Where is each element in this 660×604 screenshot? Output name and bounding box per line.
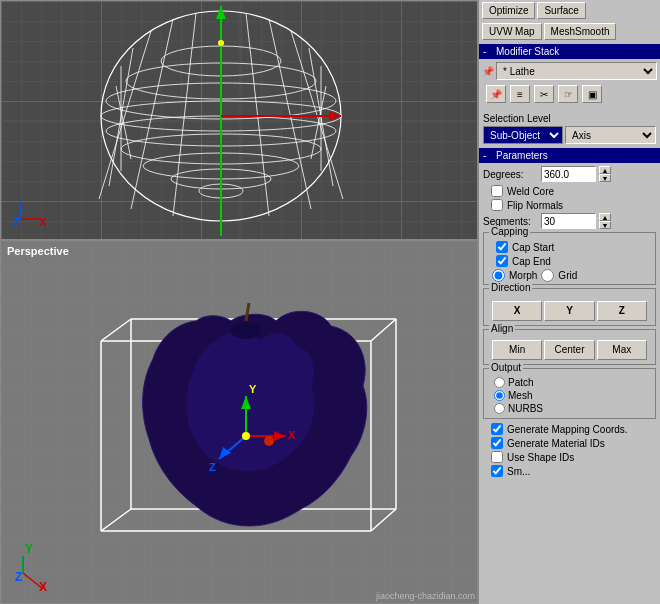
svg-text:Z: Z [15,570,22,584]
capping-title: Capping [489,226,530,237]
cap-start-checkbox[interactable] [496,241,508,253]
sub-object-select[interactable]: Sub-Object [483,126,563,144]
parameters-header: - Parameters [479,148,660,163]
svg-text:X: X [39,216,47,228]
gen-material-checkbox[interactable] [491,437,503,449]
align-buttons: Min Center Max [488,338,651,362]
gen-material-row: Generate Material IDs [483,437,656,449]
icon-pin[interactable]: 📌 [486,85,506,103]
segments-up[interactable]: ▲ [599,213,611,221]
svg-text:Y: Y [25,542,33,556]
icon-copy[interactable]: ▣ [582,85,602,103]
degrees-row: Degrees: ▲ ▼ [483,166,656,182]
segments-label: Segments: [483,216,538,227]
capping-group: Capping Cap Start Cap End Morph Grid [483,232,656,285]
parameters-title: Parameters [496,150,548,161]
viewports-container: Z X Perspective [0,0,478,604]
axis-select[interactable]: Axis [565,126,656,144]
smooth-label: Sm... [507,466,530,477]
gen-mapping-checkbox[interactable] [491,423,503,435]
use-shape-row: Use Shape IDs [483,451,656,463]
cap-end-row: Cap End [488,255,651,267]
surface-button[interactable]: Surface [537,2,585,19]
svg-text:Z: Z [209,461,216,473]
flip-normals-row: Flip Normals [483,199,656,211]
viewport-perspective[interactable]: Perspective [0,240,478,604]
flip-normals-checkbox[interactable] [491,199,503,211]
align-group: Align Min Center Max [483,329,656,365]
weld-core-checkbox[interactable] [491,185,503,197]
direction-buttons: X Y Z [488,299,651,323]
use-shape-checkbox[interactable] [491,451,503,463]
svg-text:Y: Y [249,383,257,395]
icon-cut[interactable]: ✂ [534,85,554,103]
cap-end-label: Cap End [512,256,551,267]
segments-down[interactable]: ▼ [599,221,611,229]
mesh-smooth-button[interactable]: MeshSmooth [544,23,617,40]
direction-group: Direction X Y Z [483,288,656,326]
gen-mapping-label: Generate Mapping Coords. [507,424,628,435]
mesh-label: Mesh [508,390,532,401]
patch-label: Patch [508,377,534,388]
degrees-down[interactable]: ▼ [599,174,611,182]
grid-label: Grid [558,270,577,281]
morph-radio[interactable] [492,269,505,282]
align-center-button[interactable]: Center [544,340,594,360]
top-buttons-row2: UVW Map MeshSmooth [479,21,660,42]
svg-point-63 [264,436,274,446]
cap-end-checkbox[interactable] [496,255,508,267]
modifier-stack-collapse[interactable]: - [483,46,493,57]
right-panel: Optimize Surface UVW Map MeshSmooth - Mo… [478,0,660,604]
direction-x-button[interactable]: X [492,301,542,321]
nurbs-radio[interactable] [494,403,505,414]
degrees-input[interactable] [541,166,596,182]
morph-label: Morph [509,270,537,281]
svg-point-32 [218,40,224,46]
modifier-dropdown-row: 📌 * Lathe [482,62,657,80]
selection-level-label: Selection Level [483,113,656,124]
grid-radio[interactable] [541,269,554,282]
viewport-top[interactable]: Z X [0,0,478,240]
direction-z-button[interactable]: Z [597,301,647,321]
modifier-stack-area: 📌 * Lathe 📌 ≡ ✂ ☞ ▣ [479,59,660,111]
output-group: Output Patch Mesh NURBS [483,368,656,419]
gen-material-label: Generate Material IDs [507,438,605,449]
modifier-stack-title: Modifier Stack [496,46,559,57]
mesh-radio[interactable] [494,390,505,401]
morph-grid-row: Morph Grid [488,269,651,282]
patch-row: Patch [488,377,651,388]
selection-level-area: Selection Level Sub-Object Axis [479,111,660,146]
segments-spinner: ▲ ▼ [599,213,611,229]
modifier-icon-row: 📌 ≡ ✂ ☞ ▣ [482,83,657,105]
direction-title: Direction [489,282,532,293]
align-min-button[interactable]: Min [492,340,542,360]
degrees-up[interactable]: ▲ [599,166,611,174]
modifier-select[interactable]: * Lathe [496,62,657,80]
cap-start-row: Cap Start [488,241,651,253]
svg-point-51 [231,323,261,339]
params-collapse[interactable]: - [483,150,493,161]
align-title: Align [489,323,515,334]
nurbs-row: NURBS [488,403,651,414]
uvw-map-button[interactable]: UVW Map [482,23,542,40]
pin-icon: 📌 [482,66,494,77]
align-max-button[interactable]: Max [597,340,647,360]
nurbs-label: NURBS [508,403,543,414]
viewport-perspective-label: Perspective [7,245,69,257]
svg-point-62 [242,432,250,440]
modifier-stack-header: - Modifier Stack [479,44,660,59]
smooth-checkbox[interactable] [491,465,503,477]
icon-hand[interactable]: ☞ [558,85,578,103]
segments-input[interactable] [541,213,596,229]
patch-radio[interactable] [494,377,505,388]
svg-text:Z: Z [13,216,20,228]
weld-core-label: Weld Core [507,186,554,197]
top-buttons-row: Optimize Surface [479,0,660,21]
optimize-button[interactable]: Optimize [482,2,535,19]
output-title: Output [489,362,523,373]
icon-funnel[interactable]: ≡ [510,85,530,103]
flip-normals-label: Flip Normals [507,200,563,211]
direction-y-button[interactable]: Y [544,301,594,321]
mesh-row: Mesh [488,390,651,401]
degrees-label: Degrees: [483,169,538,180]
